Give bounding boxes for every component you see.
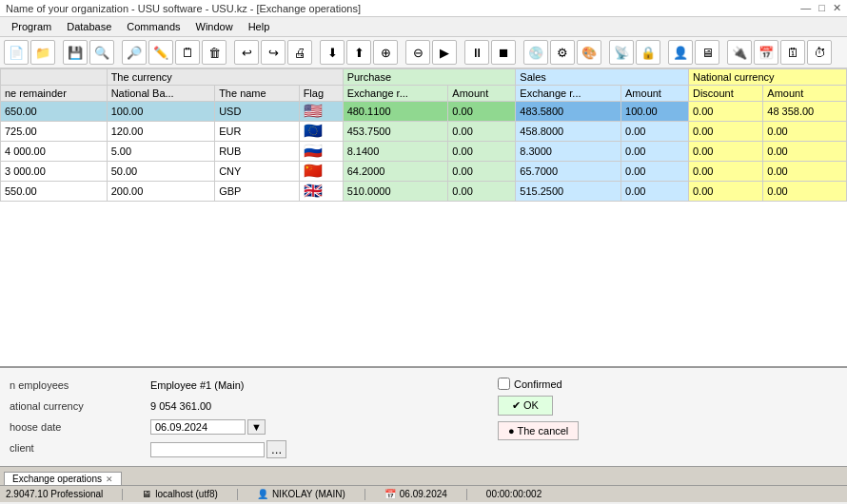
status-version: 2.9047.10 Professional	[6, 489, 103, 499]
table-cell: 0.00	[688, 162, 762, 182]
table-body: 650.00100.00USD🇺🇸480.11000.00483.5800100…	[1, 102, 847, 202]
table-cell: 515.2500	[516, 182, 621, 202]
table-cell: 480.1100	[343, 102, 448, 122]
tab-close-icon[interactable]: ✕	[106, 475, 113, 484]
table-cell: 0.00	[448, 122, 516, 142]
toolbar-button-8[interactable]: ↩	[234, 40, 259, 65]
cancel-button[interactable]: ● The cancel	[498, 421, 579, 440]
table-row[interactable]: 4 000.005.00RUB🇷🇺8.14000.008.30000.000.0…	[1, 142, 847, 162]
header-group-national: National currency	[688, 69, 846, 86]
title-bar: Name of your organization - USU software…	[0, 0, 847, 17]
toolbar-button-5[interactable]: ✏️	[148, 40, 173, 65]
confirmed-label: Confirmed	[514, 378, 562, 390]
menu-item-help[interactable]: Help	[241, 19, 278, 34]
toolbar-button-21[interactable]: 📡	[609, 40, 634, 65]
menu-item-window[interactable]: Window	[188, 19, 241, 34]
toolbar-button-4[interactable]: 🔎	[122, 40, 147, 65]
menu-item-database[interactable]: Database	[59, 19, 119, 34]
menu-item-program[interactable]: Program	[4, 19, 59, 34]
tab-exchange-operations[interactable]: Exchange operations ✕	[4, 472, 122, 485]
table-row[interactable]: 725.00120.00EUR🇪🇺453.75000.00458.80000.0…	[1, 122, 847, 142]
table-row[interactable]: 3 000.0050.00CNY🇨🇳64.20000.0065.70000.00…	[1, 162, 847, 182]
col-remainder: ne remainder	[1, 86, 108, 102]
choose-date-label: hoose date	[10, 419, 143, 435]
menu-item-commands[interactable]: Commands	[119, 19, 187, 34]
window-controls: — □ ✕	[800, 2, 841, 14]
table-cell: 4 000.00	[1, 142, 108, 162]
table-cell: GBP	[215, 182, 300, 202]
toolbar-button-25[interactable]: 🔌	[727, 40, 752, 65]
toolbar-button-9[interactable]: ↪	[261, 40, 286, 65]
toolbar-button-18[interactable]: 💿	[523, 40, 548, 65]
toolbar-button-14[interactable]: ⊖	[405, 40, 430, 65]
table-wrapper[interactable]: The currency Purchase Sales National cur…	[0, 68, 847, 366]
toolbar-button-22[interactable]: 🔒	[636, 40, 660, 65]
toolbar-button-7[interactable]: 🗑	[202, 40, 227, 65]
table-cell: USD	[215, 102, 300, 122]
table-cell: 65.7000	[516, 162, 621, 182]
status-server: 🖥 localhost (utf8)	[142, 489, 218, 499]
close-button[interactable]: ✕	[833, 2, 841, 14]
cancel-label: ● The cancel	[508, 425, 568, 436]
table-cell: 0.00	[763, 142, 847, 162]
toolbar-button-27[interactable]: 🗓	[780, 40, 805, 65]
client-row: ...	[150, 440, 490, 458]
toolbar-button-0[interactable]: 📄	[4, 40, 29, 65]
col-national-ba: National Ba...	[107, 86, 214, 102]
toolbar-button-28[interactable]: ⏱	[807, 40, 832, 65]
table-row[interactable]: 650.00100.00USD🇺🇸480.11000.00483.5800100…	[1, 102, 847, 122]
table-cell: 0.00	[763, 182, 847, 202]
toolbar-button-12[interactable]: ⬆	[346, 40, 371, 65]
ok-button[interactable]: ✔ OK	[498, 396, 553, 416]
toolbar-button-1[interactable]: 📁	[30, 40, 55, 65]
toolbar-button-20[interactable]: 🎨	[577, 40, 601, 65]
confirmed-checkbox[interactable]	[498, 378, 510, 390]
server-label: localhost (utf8)	[155, 489, 218, 499]
table-cell: 100.00	[621, 102, 689, 122]
toolbar-button-13[interactable]: ⊕	[373, 40, 398, 65]
toolbar-button-17[interactable]: ⏹	[491, 40, 516, 65]
table-cell: CNY	[215, 162, 300, 182]
table-cell: 0.00	[621, 162, 689, 182]
table-cell: 8.3000	[516, 142, 621, 162]
table-cell: 100.00	[107, 102, 214, 122]
toolbar: 📄📁💾🔍🔎✏️🗒🗑↩↪🖨⬇⬆⊕⊖▶⏸⏹💿⚙🎨📡🔒👤🖥🔌📅🗓⏱	[0, 37, 847, 68]
toolbar-button-11[interactable]: ⬇	[320, 40, 345, 65]
confirmed-row: Confirmed	[498, 378, 562, 390]
col-amount: Amount	[763, 86, 847, 102]
toolbar-button-2[interactable]: 💾	[63, 40, 88, 65]
toolbar-button-19[interactable]: ⚙	[550, 40, 575, 65]
col-name: The name	[215, 86, 300, 102]
table-cell: 200.00	[107, 182, 214, 202]
employees-label: n employees	[10, 378, 143, 393]
table-cell: 0.00	[448, 162, 516, 182]
table-cell: 0.00	[688, 102, 762, 122]
table-row[interactable]: 550.00200.00GBP🇬🇧510.00000.00515.25000.0…	[1, 182, 847, 202]
toolbar-button-10[interactable]: 🖨	[287, 40, 312, 65]
toolbar-button-24[interactable]: 🖥	[695, 40, 719, 65]
client-dots-button[interactable]: ...	[266, 440, 286, 458]
table-cell: 0.00	[448, 102, 516, 122]
table-cell: 🇪🇺	[299, 122, 343, 142]
col-amt-sales: Amount	[621, 86, 689, 102]
minimize-button[interactable]: —	[800, 2, 811, 14]
date-dropdown-icon[interactable]: ▼	[247, 419, 266, 435]
table-cell: 0.00	[688, 122, 762, 142]
table-cell: RUB	[215, 142, 300, 162]
table-cell: 510.0000	[343, 182, 448, 202]
table-cell: 120.00	[107, 122, 214, 142]
client-input[interactable]	[150, 442, 265, 457]
toolbar-button-26[interactable]: 📅	[754, 40, 778, 65]
table-cell: 5.00	[107, 142, 214, 162]
toolbar-button-6[interactable]: 🗒	[175, 40, 200, 65]
employees-value: Employee #1 (Main)	[150, 378, 490, 393]
table-cell: 3 000.00	[1, 162, 108, 182]
toolbar-button-16[interactable]: ⏸	[464, 40, 489, 65]
toolbar-button-23[interactable]: 👤	[668, 40, 693, 65]
maximize-button[interactable]: □	[818, 2, 825, 14]
toolbar-button-15[interactable]: ▶	[432, 40, 457, 65]
toolbar-button-3[interactable]: 🔍	[89, 40, 114, 65]
ok-label: ✔ OK	[512, 399, 539, 412]
date-input[interactable]	[150, 419, 246, 435]
header-group-currency: The currency	[107, 69, 343, 86]
